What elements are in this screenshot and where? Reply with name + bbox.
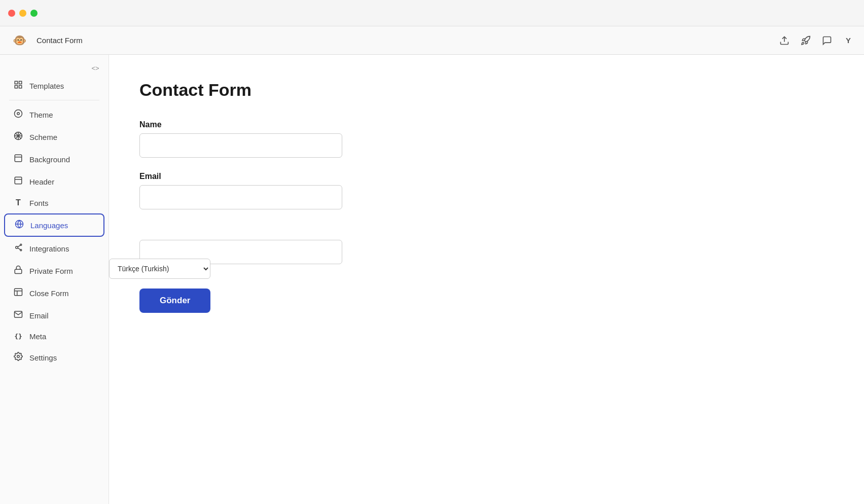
sidebar-item-integrations[interactable]: Integrations	[4, 238, 104, 259]
svg-rect-14	[15, 177, 22, 184]
minimize-button[interactable]	[19, 10, 26, 17]
header-label: Header	[29, 177, 54, 186]
browser-actions: Y	[779, 35, 854, 46]
language-select[interactable]: English Türkçe (Turkish) Español Françai…	[109, 259, 210, 279]
chat-icon[interactable]	[821, 35, 833, 46]
svg-line-22	[18, 248, 20, 249]
form-title: Contact Form	[139, 80, 834, 100]
sidebar-item-header[interactable]: Header	[4, 171, 104, 192]
svg-rect-1	[15, 81, 17, 84]
svg-rect-4	[19, 86, 22, 88]
sidebar-item-fonts[interactable]: T Fonts	[4, 193, 104, 212]
private-form-label: Private Form	[29, 267, 73, 275]
extra-field	[139, 240, 834, 264]
browser-bar: 🐵 Contact Form Y	[0, 26, 864, 55]
email-label: Email	[29, 311, 49, 320]
scheme-icon	[13, 131, 23, 142]
traffic-lights	[8, 10, 38, 17]
languages-label: Languages	[30, 221, 68, 230]
settings-icon	[13, 352, 23, 363]
sidebar-item-scheme[interactable]: Scheme	[4, 126, 104, 148]
sidebar-item-theme[interactable]: Theme	[4, 104, 104, 125]
close-form-label: Close Form	[29, 289, 69, 298]
upload-icon[interactable]	[779, 35, 790, 46]
meta-label: Meta	[29, 332, 46, 341]
divider-1	[9, 100, 99, 100]
templates-label: Templates	[29, 82, 64, 90]
main-layout: <> Templates Theme	[0, 55, 864, 504]
email-input[interactable]	[139, 185, 342, 209]
sidebar-item-close-form[interactable]: Close Form	[4, 282, 104, 304]
private-form-icon	[13, 265, 23, 276]
header-icon	[13, 176, 23, 187]
language-dropdown-container: English Türkçe (Turkish) Español Françai…	[109, 259, 210, 279]
scheme-label: Scheme	[29, 133, 57, 141]
email-label: Email	[139, 172, 834, 181]
svg-point-19	[20, 244, 22, 245]
settings-label: Settings	[29, 353, 57, 362]
meta-icon: {}	[13, 333, 23, 340]
sidebar-item-meta[interactable]: {} Meta	[4, 327, 104, 346]
email-icon	[13, 310, 23, 321]
close-form-icon	[13, 287, 23, 299]
email-field: Email	[139, 172, 834, 209]
sidebar-item-private-form[interactable]: Private Form	[4, 260, 104, 281]
user-icon[interactable]: Y	[843, 35, 854, 46]
integrations-icon	[13, 243, 23, 254]
name-label: Name	[139, 120, 834, 129]
svg-rect-23	[15, 269, 22, 273]
sidebar-item-settings[interactable]: Settings	[4, 347, 104, 368]
name-field: Name	[139, 120, 834, 158]
languages-icon	[14, 220, 24, 231]
integrations-label: Integrations	[29, 244, 69, 253]
background-label: Background	[29, 155, 70, 164]
fonts-icon: T	[13, 198, 23, 207]
templates-icon	[13, 80, 23, 91]
svg-point-6	[17, 113, 20, 115]
collapse-button[interactable]: <>	[88, 61, 102, 75]
app-logo: 🐵	[10, 31, 28, 50]
theme-icon	[13, 109, 23, 120]
svg-rect-2	[19, 81, 22, 84]
sidebar-item-languages[interactable]: Languages	[4, 213, 104, 237]
fonts-label: Fonts	[29, 199, 49, 207]
close-button[interactable]	[8, 10, 15, 17]
sidebar-item-email[interactable]: Email	[4, 305, 104, 326]
submit-button[interactable]: Gönder	[139, 289, 210, 313]
sidebar-item-templates[interactable]: Templates	[4, 75, 104, 96]
svg-point-5	[15, 110, 22, 118]
svg-rect-3	[15, 86, 17, 88]
name-input[interactable]	[139, 133, 342, 158]
svg-point-27	[17, 355, 20, 358]
page-title: Contact Form	[37, 36, 771, 45]
svg-line-21	[18, 245, 20, 247]
svg-point-20	[20, 249, 22, 251]
svg-rect-12	[15, 155, 22, 162]
svg-rect-24	[15, 289, 22, 296]
rocket-icon[interactable]	[800, 35, 811, 46]
sidebar: <> Templates Theme	[0, 55, 109, 504]
background-icon	[13, 154, 23, 165]
theme-label: Theme	[29, 111, 53, 119]
maximize-button[interactable]	[30, 10, 38, 17]
sidebar-item-background[interactable]: Background	[4, 149, 104, 170]
title-bar	[0, 0, 864, 26]
content-area: Contact Form Name Email Gönder	[109, 55, 864, 504]
svg-point-18	[16, 246, 18, 249]
